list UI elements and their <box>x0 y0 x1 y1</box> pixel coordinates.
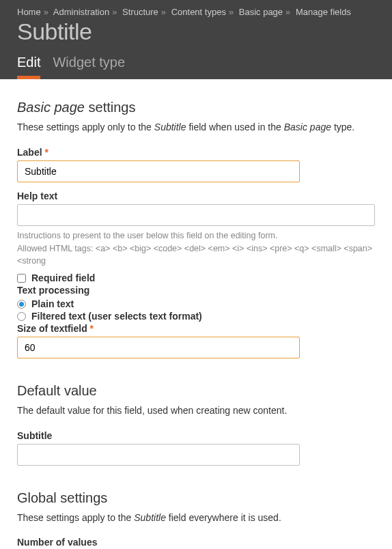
help-text-input[interactable] <box>17 204 375 226</box>
label-input[interactable] <box>17 160 300 182</box>
tab-edit[interactable]: Edit <box>17 55 40 79</box>
page-title: Subtitle <box>17 18 375 45</box>
tabs: Edit Widget type <box>17 55 375 79</box>
required-label: Required field <box>31 272 95 283</box>
default-value-desc: The default value for this field, used w… <box>17 404 375 418</box>
filtered-text-label: Filtered text (user selects text format) <box>31 311 202 322</box>
size-label: Size of textfield * <box>17 323 375 334</box>
text-processing-label: Text processing <box>17 285 375 296</box>
plain-text-label: Plain text <box>31 298 74 309</box>
help-text-label: Help text <box>17 191 375 201</box>
crumb-structure[interactable]: Structure <box>122 7 158 17</box>
content: Basic page settings These settings apply… <box>0 79 392 549</box>
page-header: Home» Administration» Structure» Content… <box>0 0 392 79</box>
default-value-title: Default value <box>17 383 375 399</box>
plain-text-radio[interactable] <box>17 300 26 309</box>
global-settings-title: Global settings <box>17 490 375 506</box>
crumb-basic-page[interactable]: Basic page <box>239 7 283 17</box>
tab-widget-type[interactable]: Widget type <box>53 55 125 79</box>
default-subtitle-label: Subtitle <box>17 430 375 441</box>
crumb-manage-fields[interactable]: Manage fields <box>296 7 351 17</box>
crumb-content-types[interactable]: Content types <box>171 7 226 17</box>
help-hint-2: Allowed HTML tags: <a> <b> <big> <code> … <box>17 243 375 267</box>
basic-page-settings-title: Basic page settings <box>17 100 375 115</box>
crumb-admin[interactable]: Administration <box>53 7 109 17</box>
filtered-text-radio[interactable] <box>17 312 26 321</box>
basic-page-settings-desc: These settings apply only to the Subtitl… <box>17 121 375 135</box>
crumb-home[interactable]: Home <box>17 7 41 17</box>
breadcrumb: Home» Administration» Structure» Content… <box>17 7 375 17</box>
size-input[interactable] <box>17 337 300 358</box>
help-hint-1: Instructions to present to the user belo… <box>17 230 375 242</box>
number-values-label: Number of values <box>17 537 375 548</box>
required-checkbox[interactable] <box>17 274 26 283</box>
default-subtitle-input[interactable] <box>17 444 300 466</box>
label-field-label: Label * <box>17 147 375 158</box>
global-settings-desc: These settings apply to the Subtitle fie… <box>17 511 375 525</box>
